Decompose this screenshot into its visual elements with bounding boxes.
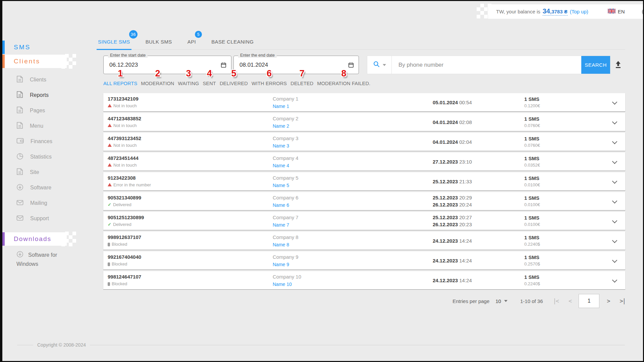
sms-count: 1 SMS	[524, 135, 540, 142]
page-range-label: 1-10 of 36	[520, 298, 543, 304]
filter-link[interactable]: WAITING	[178, 81, 199, 86]
expand-row-icon[interactable]	[612, 258, 618, 263]
sidebar-item-menu[interactable]: Menu	[2, 118, 101, 134]
expand-row-icon[interactable]	[612, 179, 618, 184]
previous-page-button[interactable]: <	[569, 298, 571, 304]
next-page-button[interactable]: >	[607, 298, 609, 304]
sidebar-item-mailing[interactable]: Mailing	[2, 195, 101, 211]
company-name: Company 2	[273, 115, 299, 122]
sms-count: 1 SMS	[524, 254, 540, 261]
sidebar-item-site[interactable]: Site	[2, 165, 101, 180]
date: 05.01.2024	[433, 100, 458, 105]
tab-bar: SINGLE SMS 36 BULK SMS API 5 BASE CLEANI…	[97, 34, 254, 50]
first-page-button[interactable]: |<	[553, 298, 558, 304]
search-button[interactable]: SEARCH	[581, 56, 610, 74]
pie-chart-icon	[16, 153, 23, 161]
reports-table: 17312342109 Not in touch Company 1 Name …	[103, 93, 625, 291]
sidebar-section-downloads[interactable]: Downloads	[2, 232, 69, 246]
company-name: Company 5	[273, 175, 299, 181]
time: 14:24	[459, 238, 472, 244]
document-icon	[16, 168, 23, 177]
sidebar-item-reports[interactable]: Reports	[2, 87, 101, 103]
tab-single-sms[interactable]: SINGLE SMS 36	[97, 34, 131, 50]
divider	[90, 345, 625, 345]
top-up-link[interactable]: (Top up)	[570, 9, 588, 14]
tab-base-cleaning[interactable]: BASE CLEANING	[211, 34, 254, 50]
expand-row-icon[interactable]	[612, 218, 618, 224]
sender-name-link[interactable]: Name 3	[273, 142, 289, 149]
current-page-input[interactable]	[579, 294, 599, 308]
date: 24.12.2023	[433, 258, 458, 263]
expand-row-icon[interactable]	[612, 238, 618, 243]
expand-row-icon[interactable]	[612, 198, 618, 204]
language-selector[interactable]: EN	[608, 9, 625, 15]
sidebar-item-software[interactable]: Software	[2, 180, 101, 195]
sidebar-item-label: Menu	[30, 123, 43, 129]
date: 26.12.2023	[433, 222, 458, 227]
time: 20:27	[459, 215, 472, 220]
filter-moderation-failed: 8 MODERATION FAILED.	[317, 68, 371, 86]
time: 21:33	[459, 179, 472, 184]
envelope-icon	[16, 215, 23, 222]
sidebar-item-pages[interactable]: Pages	[2, 103, 101, 118]
company-name: Company 8	[273, 234, 299, 241]
sms-price: 0.2240$	[524, 241, 540, 247]
phone-number: 48723451444	[108, 155, 139, 162]
sender-name-link[interactable]: Name 2	[273, 123, 289, 129]
phone-number: 9051251230899	[108, 214, 144, 221]
expand-row-icon[interactable]	[612, 119, 618, 125]
tab-api[interactable]: API 5	[187, 34, 197, 50]
expand-row-icon[interactable]	[612, 139, 618, 144]
sidebar-section-clients[interactable]: Clients	[2, 55, 69, 68]
sidebar-item-clients[interactable]: Clients	[2, 72, 101, 87]
sender-name-link[interactable]: Name 9	[273, 261, 289, 268]
time: 20:29	[459, 195, 472, 200]
filter-link[interactable]: SENT	[203, 81, 216, 86]
export-upload-icon[interactable]	[614, 60, 622, 70]
sms-price: 0.0100€	[524, 182, 540, 188]
sender-name-link[interactable]: Name 7	[273, 222, 289, 228]
sidebar-item-label: Statistics	[30, 154, 52, 160]
company-name: Company 9	[273, 254, 299, 260]
expand-row-icon[interactable]	[612, 100, 618, 105]
annotation-number: 1	[118, 68, 123, 79]
sms-count: 1 SMS	[524, 175, 540, 182]
sender-name-link[interactable]: Name 8	[273, 241, 289, 248]
search-input[interactable]	[392, 56, 581, 74]
phone-number: 447123483852	[108, 115, 141, 122]
sender-name-link[interactable]: Name 5	[273, 182, 289, 189]
date: 24.12.2023	[433, 238, 458, 244]
last-page-button[interactable]: >|	[620, 298, 625, 304]
table-row: 447393123452 Not in touch Company 3 Name…	[103, 133, 625, 151]
expand-row-icon[interactable]	[612, 159, 618, 164]
document-icon	[16, 91, 23, 100]
filter-link[interactable]: MODERATION FAILED.	[317, 81, 371, 86]
sender-name-link[interactable]: Name 4	[273, 162, 289, 169]
logout-power-button[interactable]	[641, 7, 643, 16]
sender-name-link[interactable]: Name 10	[273, 281, 292, 288]
filter-link[interactable]: MODERATION	[141, 81, 174, 86]
search-bar: SEARCH	[367, 56, 610, 74]
sidebar-item-statistics[interactable]: Statistics	[2, 149, 101, 165]
table-row: 905321340899 ✓Delivered Company 6 Name 6…	[103, 192, 625, 210]
filter-link[interactable]: ALL REPORTS	[103, 81, 137, 86]
sidebar-item-support[interactable]: Support	[2, 211, 101, 226]
sms-price: 0.0760€	[524, 122, 540, 129]
annotation-number: 5	[231, 68, 236, 79]
status-text: Not in touch	[113, 162, 137, 168]
sender-name-link[interactable]: Name 1	[273, 103, 289, 110]
sidebar-section-downloads-label: Downloads	[2, 235, 51, 243]
filter-link[interactable]: WITH ERRORS	[252, 81, 287, 86]
sidebar-item-label: Support	[30, 216, 49, 222]
sidebar-item-software-for-windows[interactable]: Software for Windows	[2, 251, 69, 268]
search-type-dropdown[interactable]	[367, 56, 392, 74]
tab-bulk-sms[interactable]: BULK SMS	[145, 34, 173, 50]
per-page-dropdown[interactable]: 10	[495, 298, 507, 304]
sidebar-section-sms[interactable]: SMS	[2, 41, 69, 54]
filter-link[interactable]: DELIVERED	[220, 81, 248, 86]
balance-link[interactable]: 34,3783 ₴	[543, 7, 568, 16]
sidebar-item-finances[interactable]: Finances	[2, 134, 101, 149]
filter-link[interactable]: DELETED	[290, 81, 313, 86]
sender-name-link[interactable]: Name 6	[273, 202, 289, 208]
expand-row-icon[interactable]	[612, 278, 618, 283]
